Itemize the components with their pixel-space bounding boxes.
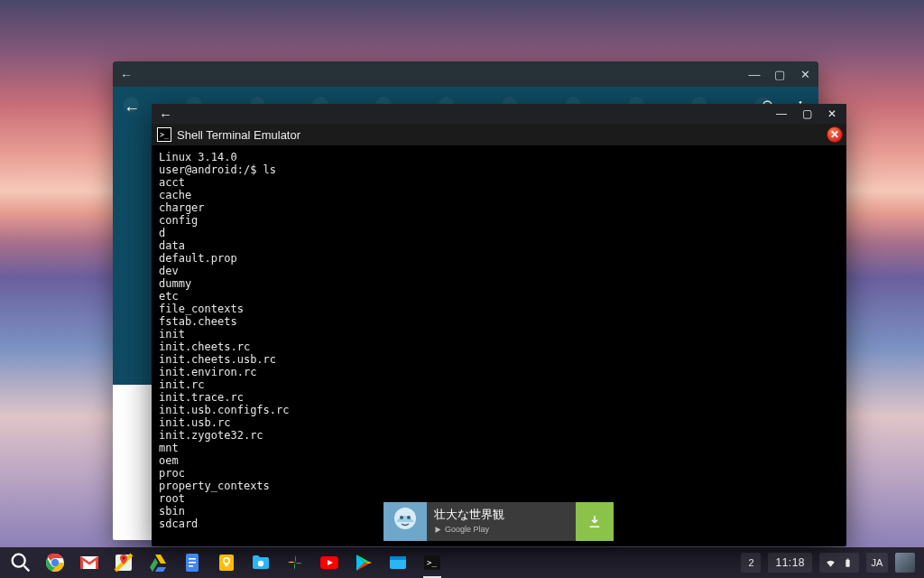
svg-rect-22	[219, 555, 234, 571]
svg-rect-21	[189, 565, 193, 567]
terminal-app-icon: >_	[157, 127, 171, 142]
bg-window-back-icon[interactable]: ←	[120, 68, 133, 80]
ad-download-button[interactable]	[576, 502, 614, 541]
ad-title: 壮大な世界観	[434, 507, 568, 523]
terminal-close-icon[interactable]: ✕	[825, 107, 839, 121]
svg-rect-19	[189, 558, 196, 560]
google-maps-icon[interactable]	[111, 550, 136, 575]
terminal-window: ← — ▢ ✕ >_ Shell Terminal Emulator ✕ Lin…	[152, 104, 846, 546]
google-keep-icon[interactable]	[214, 550, 239, 575]
google-photos-icon[interactable]	[282, 550, 308, 575]
header-back-icon[interactable]: ←	[124, 99, 140, 118]
status-area[interactable]	[819, 553, 859, 573]
svg-rect-20	[189, 562, 196, 564]
ad-subtitle: Google Play	[434, 525, 568, 534]
clock[interactable]: 11:18	[768, 553, 812, 573]
terminal-close-red-icon[interactable]: ✕	[827, 126, 843, 143]
files-icon[interactable]	[248, 550, 273, 575]
wifi-icon	[825, 557, 836, 569]
ad-thumbnail	[383, 502, 427, 541]
svg-rect-31	[845, 559, 849, 566]
svg-rect-9	[590, 526, 600, 527]
app-icon-1[interactable]	[385, 550, 411, 575]
ad-text: 壮大な世界観 Google Play	[427, 502, 576, 541]
google-docs-icon[interactable]	[180, 550, 205, 575]
launcher-icon[interactable]	[8, 550, 33, 575]
terminal-output[interactable]: Linux 3.14.0 user@android:/$ ls acct cac…	[152, 145, 846, 546]
terminal-minimize-icon[interactable]: —	[774, 107, 789, 121]
google-play-icon[interactable]	[351, 550, 376, 575]
svg-rect-28	[390, 556, 406, 560]
shelf: >_ 2 11:18 JA	[0, 547, 924, 578]
svg-rect-32	[846, 558, 848, 559]
battery-icon	[842, 557, 854, 569]
svg-line-11	[24, 566, 30, 572]
terminal-titlebar[interactable]: ← — ▢ ✕	[152, 104, 846, 124]
bg-window-maximize-icon[interactable]: ▢	[773, 68, 786, 80]
user-avatar[interactable]	[895, 553, 915, 573]
bg-window-minimize-icon[interactable]: —	[748, 68, 761, 80]
youtube-icon[interactable]	[317, 550, 342, 575]
bg-window-close-icon[interactable]: ✕	[799, 68, 811, 80]
chrome-icon[interactable]	[42, 550, 68, 575]
ad-banner[interactable]: 壮大な世界観 Google Play	[383, 502, 614, 541]
terminal-app-icon[interactable]: >_	[420, 550, 445, 575]
notifications-count[interactable]: 2	[741, 553, 761, 573]
bg-window-titlebar[interactable]: ← — ▢ ✕	[113, 61, 818, 87]
terminal-app-title: Shell Terminal Emulator	[177, 128, 300, 142]
terminal-app-titlebar: >_ Shell Terminal Emulator ✕	[152, 124, 846, 145]
terminal-back-icon[interactable]: ←	[159, 107, 172, 122]
svg-point-7	[400, 516, 403, 519]
svg-point-10	[13, 555, 25, 567]
svg-point-8	[407, 516, 411, 519]
gmail-icon[interactable]	[77, 550, 102, 575]
ime-indicator[interactable]: JA	[866, 553, 888, 573]
terminal-maximize-icon[interactable]: ▢	[799, 107, 814, 121]
svg-text:>_: >_	[427, 558, 437, 567]
svg-point-25	[258, 561, 263, 566]
google-drive-icon[interactable]	[145, 550, 171, 575]
svg-point-17	[123, 557, 125, 560]
svg-rect-24	[226, 564, 228, 566]
system-tray: 2 11:18 JA	[741, 553, 920, 573]
